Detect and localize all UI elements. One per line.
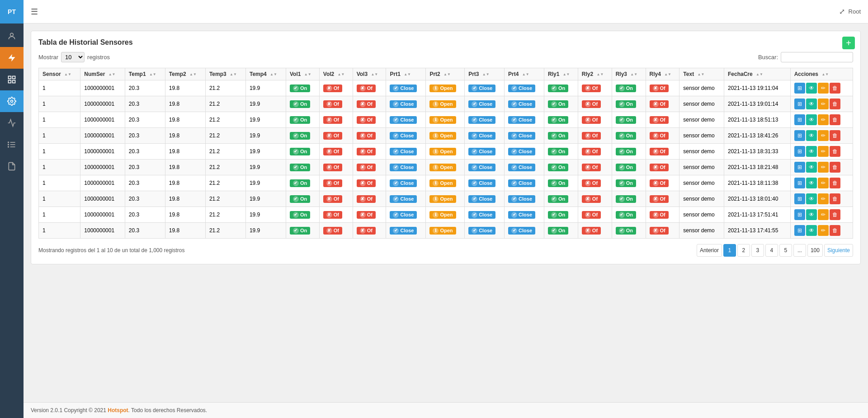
- page-4-button[interactable]: 4: [765, 244, 778, 257]
- col-vol1[interactable]: Vol1 ▲▼: [286, 68, 319, 80]
- col-rly3[interactable]: Rly3 ▲▼: [612, 68, 646, 80]
- action-edit-button[interactable]: ✏: [818, 114, 829, 125]
- sidebar-item-gear[interactable]: [0, 90, 24, 112]
- action-detail-button[interactable]: ⊞: [794, 162, 805, 173]
- action-edit-button[interactable]: ✏: [818, 83, 829, 94]
- sidebar-item-chart[interactable]: [0, 112, 24, 134]
- page-2-button[interactable]: 2: [737, 244, 750, 257]
- action-delete-button[interactable]: 🗑: [830, 146, 840, 157]
- col-vol3[interactable]: Vol3 ▲▼: [353, 68, 386, 80]
- action-delete-button[interactable]: 🗑: [830, 114, 840, 125]
- col-prt2[interactable]: Prt2 ▲▼: [426, 68, 465, 80]
- col-rly2[interactable]: Rly2 ▲▼: [578, 68, 612, 80]
- action-edit-button[interactable]: ✏: [818, 146, 829, 157]
- action-view-button[interactable]: 👁: [806, 193, 817, 204]
- svg-rect-5: [13, 80, 15, 83]
- prev-page-button[interactable]: Anterior: [697, 244, 722, 257]
- sidebar-item-lightning[interactable]: [0, 47, 24, 69]
- sidebar-item-list[interactable]: [0, 134, 24, 155]
- col-prt4[interactable]: Prt4 ▲▼: [505, 68, 544, 80]
- menu-toggle[interactable]: ☰: [31, 7, 38, 17]
- col-temp4[interactable]: Temp4 ▲▼: [245, 68, 286, 80]
- sidebar-item-user[interactable]: [0, 25, 24, 47]
- action-edit-button[interactable]: ✏: [818, 130, 829, 141]
- col-temp1[interactable]: Temp1 ▲▼: [125, 68, 165, 80]
- page-100-button[interactable]: 100: [807, 244, 823, 257]
- action-detail-button[interactable]: ⊞: [794, 193, 805, 204]
- col-prt3[interactable]: Prt3 ▲▼: [465, 68, 505, 80]
- action-view-button[interactable]: 👁: [806, 162, 817, 173]
- main-area: ☰ ⤢ Root Tabla de Historial Sensores + M…: [24, 0, 868, 418]
- table-row: 1100000000120.319.821.219.9✔ On✘ Of✘ Of✔…: [39, 144, 853, 160]
- action-delete-button[interactable]: 🗑: [830, 99, 840, 109]
- action-delete-button[interactable]: 🗑: [830, 178, 840, 188]
- search-box: Buscar:: [758, 52, 853, 62]
- action-detail-button[interactable]: ⊞: [794, 225, 805, 236]
- show-label: Mostrar: [38, 54, 58, 61]
- action-delete-button[interactable]: 🗑: [830, 225, 840, 236]
- page-3-button[interactable]: 3: [751, 244, 764, 257]
- page-ellipsis: ...: [793, 244, 806, 257]
- table-header-row: Sensor ▲▼ NumSer ▲▼ Temp1 ▲▼ Temp2 ▲▼ Te…: [39, 68, 853, 80]
- col-numser[interactable]: NumSer ▲▼: [80, 68, 125, 80]
- action-delete-button[interactable]: 🗑: [830, 209, 840, 220]
- action-detail-button[interactable]: ⊞: [794, 83, 805, 94]
- table-row: 1100000000120.319.821.219.9✔ On✘ Of✘ Of✔…: [39, 223, 853, 239]
- page-1-button[interactable]: 1: [723, 244, 736, 257]
- table-row: 1100000000120.319.821.219.9✔ On✘ Of✘ Of✔…: [39, 207, 853, 223]
- action-delete-button[interactable]: 🗑: [830, 193, 840, 204]
- next-page-button[interactable]: Siguiente: [824, 244, 853, 257]
- col-temp2[interactable]: Temp2 ▲▼: [165, 68, 205, 80]
- action-view-button[interactable]: 👁: [806, 83, 817, 94]
- add-record-button[interactable]: +: [842, 37, 855, 49]
- col-temp3[interactable]: Temp3 ▲▼: [205, 68, 245, 80]
- action-view-button[interactable]: 👁: [806, 178, 817, 188]
- action-delete-button[interactable]: 🗑: [830, 130, 840, 141]
- action-detail-button[interactable]: ⊞: [794, 209, 805, 220]
- action-edit-button[interactable]: ✏: [818, 193, 829, 204]
- action-edit-button[interactable]: ✏: [818, 162, 829, 173]
- table-row: 1100000000120.319.821.219.9✔ On✘ Of✘ Of✔…: [39, 96, 853, 112]
- sidebar-item-file[interactable]: [0, 155, 24, 177]
- topbar-left: ☰: [31, 7, 38, 17]
- entries-select[interactable]: 10 25 50 100: [61, 52, 85, 62]
- action-delete-button[interactable]: 🗑: [830, 162, 840, 173]
- sidebar-avatar[interactable]: PT: [0, 0, 24, 23]
- table-row: 1100000000120.319.821.219.9✔ On✘ Of✘ Of✔…: [39, 160, 853, 175]
- topbar-right: ⤢ Root: [839, 7, 861, 16]
- action-edit-button[interactable]: ✏: [818, 225, 829, 236]
- table-row: 1100000000120.319.821.219.9✔ On✘ Of✘ Of✔…: [39, 175, 853, 191]
- action-detail-button[interactable]: ⊞: [794, 99, 805, 109]
- action-view-button[interactable]: 👁: [806, 225, 817, 236]
- action-view-button[interactable]: 👁: [806, 209, 817, 220]
- col-rly1[interactable]: Rly1 ▲▼: [544, 68, 578, 80]
- action-view-button[interactable]: 👁: [806, 114, 817, 125]
- action-edit-button[interactable]: ✏: [818, 178, 829, 188]
- expand-icon[interactable]: ⤢: [839, 7, 845, 16]
- col-prt1[interactable]: Prt1 ▲▼: [386, 68, 426, 80]
- action-detail-button[interactable]: ⊞: [794, 130, 805, 141]
- search-input[interactable]: [781, 52, 853, 62]
- action-edit-button[interactable]: ✏: [818, 99, 829, 109]
- action-detail-button[interactable]: ⊞: [794, 146, 805, 157]
- col-vol2[interactable]: Vol2 ▲▼: [319, 68, 353, 80]
- action-detail-button[interactable]: ⊞: [794, 178, 805, 188]
- action-edit-button[interactable]: ✏: [818, 209, 829, 220]
- col-text[interactable]: Text ▲▼: [679, 68, 724, 80]
- action-view-button[interactable]: 👁: [806, 99, 817, 109]
- action-view-button[interactable]: 👁: [806, 146, 817, 157]
- sidebar: PT: [0, 0, 24, 418]
- action-delete-button[interactable]: 🗑: [830, 83, 840, 94]
- table-row: 1100000000120.319.821.219.9✔ On✘ Of✘ Of✔…: [39, 191, 853, 207]
- col-fechacre[interactable]: FechaCre ▲▼: [724, 68, 791, 80]
- sidebar-item-settings-main[interactable]: [0, 69, 24, 90]
- table-row: 1100000000120.319.821.219.9✔ On✘ Of✘ Of✔…: [39, 112, 853, 128]
- page-5-button[interactable]: 5: [779, 244, 792, 257]
- col-sensor[interactable]: Sensor ▲▼: [39, 68, 80, 80]
- action-detail-button[interactable]: ⊞: [794, 114, 805, 125]
- table-row: 1100000000120.319.821.219.9✔ On✘ Of✘ Of✔…: [39, 80, 853, 96]
- table-controls: Mostrar 10 25 50 100 registros Buscar:: [38, 52, 853, 62]
- action-view-button[interactable]: 👁: [806, 130, 817, 141]
- pagination-info: Mostrando registros del 1 al 10 de un to…: [38, 247, 185, 254]
- col-rly4[interactable]: Rly4 ▲▼: [646, 68, 679, 80]
